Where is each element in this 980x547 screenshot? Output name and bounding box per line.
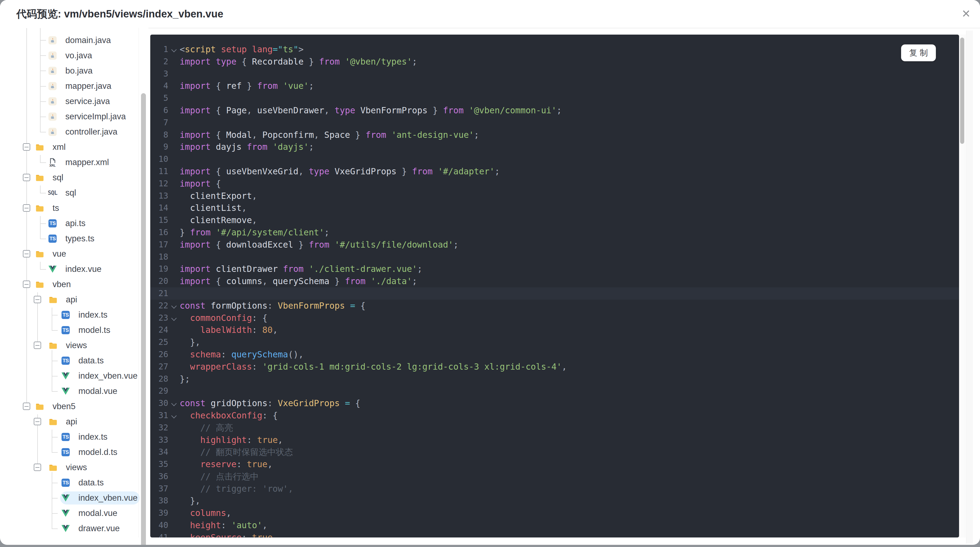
line-number: 29: [150, 385, 168, 397]
tree-item-vo-java[interactable]: vo.java: [0, 48, 148, 63]
line-number: 22: [150, 300, 168, 312]
folder-icon: [36, 174, 44, 182]
code-text: height: 'auto',: [180, 520, 267, 530]
java-file-icon: [48, 36, 57, 45]
tree-item-model-d-ts[interactable]: TSmodel.d.ts: [0, 445, 148, 460]
tree-item-vben5[interactable]: vben5: [0, 399, 148, 414]
ts-file-icon: TS: [48, 219, 57, 228]
ts-file-icon: TS: [62, 478, 70, 487]
tree-item-service-java[interactable]: service.java: [0, 94, 148, 109]
tree-item-domain-java[interactable]: domain.java: [0, 33, 148, 48]
tree-item-sql[interactable]: SQLsql: [0, 185, 148, 201]
tree-item-mapper-xml[interactable]: XMLmapper.xml: [0, 155, 148, 170]
collapse-toggle-icon[interactable]: [23, 143, 30, 151]
tree-item-index-vben-vue[interactable]: index_vben.vue: [0, 490, 148, 506]
code-text: import { Page, useVbenDrawer, type VbenF…: [180, 105, 562, 115]
collapse-toggle-icon[interactable]: [23, 281, 30, 288]
fold-chevron-icon[interactable]: [171, 303, 177, 309]
collapse-toggle-icon[interactable]: [34, 341, 41, 349]
code-text: clientExport,: [180, 191, 257, 201]
fold-chevron-icon[interactable]: [171, 47, 177, 52]
tree-item-ts[interactable]: ts: [0, 201, 148, 216]
tree-item-bo-java[interactable]: bo.java: [0, 63, 148, 78]
code-text: clientList,: [180, 203, 247, 213]
tree-item-label: vue: [52, 246, 66, 262]
tree-item-label: mapper.xml: [65, 155, 109, 170]
tree-item-label: index.ts: [78, 429, 108, 445]
fold-chevron-icon[interactable]: [171, 316, 177, 321]
tree-item-index-vue[interactable]: index.vue: [0, 262, 148, 277]
code-text: },: [180, 496, 200, 506]
tree-item-controller-java[interactable]: controller.java: [0, 124, 148, 139]
tree-item-model-ts[interactable]: TSmodel.ts: [0, 322, 148, 338]
line-number: 36: [150, 470, 168, 483]
code-text: import dayjs from 'dayjs';: [180, 142, 314, 152]
svg-text:XML: XML: [49, 163, 56, 167]
tree-item-vue[interactable]: vue: [0, 246, 148, 262]
tree-item-serviceimpl-java[interactable]: serviceImpl.java: [0, 109, 148, 124]
code-line: 39 columns,: [150, 507, 959, 519]
xml-file-icon: XML: [48, 158, 57, 166]
line-number: 5: [150, 92, 168, 104]
tree-item-api[interactable]: api: [0, 414, 148, 429]
code-text: labelWidth: 80,: [180, 325, 278, 335]
tree-item-sql[interactable]: sql: [0, 170, 148, 185]
collapse-toggle-icon[interactable]: [23, 204, 30, 212]
tree-item-drawer-vue[interactable]: drawer.vue: [0, 521, 148, 536]
tree-item-label: model.d.ts: [78, 445, 117, 460]
line-number: 28: [150, 373, 168, 385]
line-number: 14: [150, 202, 168, 214]
tree-item-views[interactable]: views: [0, 338, 148, 353]
tree-item-data-ts[interactable]: TSdata.ts: [0, 475, 148, 490]
collapse-toggle-icon[interactable]: [23, 174, 30, 181]
java-file-icon: [48, 82, 57, 90]
code-line: 10: [150, 153, 959, 165]
tree-item-data-ts[interactable]: TSdata.ts: [0, 353, 148, 368]
code-line: 18: [150, 251, 959, 263]
collapse-toggle-icon[interactable]: [34, 296, 41, 303]
tree-item-label: domain.java: [65, 33, 111, 48]
collapse-toggle-icon[interactable]: [23, 250, 30, 257]
collapse-toggle-icon[interactable]: [34, 464, 41, 471]
tree-scrollbar-thumb[interactable]: [141, 93, 146, 545]
tree-item-mapper-java[interactable]: mapper.java: [0, 78, 148, 94]
tree-item-label: views: [66, 338, 87, 353]
code-text: } from '#/api/system/client';: [180, 228, 329, 237]
folder-icon: [49, 341, 57, 349]
code-line: 17import { downloadExcel } from '#/utils…: [150, 239, 959, 251]
editor-scrollbar-thumb[interactable]: [960, 38, 964, 144]
vue-file-icon: [62, 525, 70, 533]
collapse-toggle-icon[interactable]: [23, 403, 30, 410]
code-line: 6import { Page, useVbenDrawer, type Vben…: [150, 104, 959, 116]
tree-item-modal-vue[interactable]: modal.vue: [0, 384, 148, 399]
collapse-toggle-icon[interactable]: [34, 418, 41, 425]
line-number: 15: [150, 214, 168, 226]
close-button[interactable]: ×: [957, 4, 975, 22]
tree-item-api[interactable]: api: [0, 292, 148, 307]
fold-chevron-icon[interactable]: [171, 413, 177, 418]
code-editor: 1<script setup lang="ts">2import type { …: [150, 35, 959, 537]
tree-item-label: api: [66, 414, 77, 429]
tree-item-label: sql: [52, 170, 64, 185]
tree-item-xml[interactable]: xml: [0, 139, 148, 155]
tree-item-index-ts[interactable]: TSindex.ts: [0, 307, 148, 322]
tree-item-modal-vue[interactable]: modal.vue: [0, 506, 148, 521]
code-line: 28};: [150, 373, 959, 385]
code-line: 7: [150, 116, 959, 129]
tree-item-types-ts[interactable]: TStypes.ts: [0, 231, 148, 246]
tree-item-api-ts[interactable]: TSapi.ts: [0, 216, 148, 231]
code-text: import type { Recordable } from '@vben/t…: [180, 57, 417, 67]
tree-item-vben[interactable]: vben: [0, 277, 148, 292]
tree-item-index-vben-vue[interactable]: index_vben.vue: [0, 368, 148, 384]
line-number: 37: [150, 483, 168, 495]
tree-item-views[interactable]: views: [0, 460, 148, 475]
copy-button[interactable]: 复 制: [901, 45, 936, 61]
line-number: 13: [150, 190, 168, 202]
code-text: };: [180, 374, 190, 384]
code-text: // 高亮: [180, 423, 233, 432]
code-line: 38 },: [150, 495, 959, 507]
code-line: 19import clientDrawer from './client-dra…: [150, 263, 959, 275]
fold-chevron-icon[interactable]: [171, 401, 177, 406]
tree-item-index-ts[interactable]: TSindex.ts: [0, 429, 148, 445]
tree-item-label: drawer.vue: [78, 521, 120, 536]
